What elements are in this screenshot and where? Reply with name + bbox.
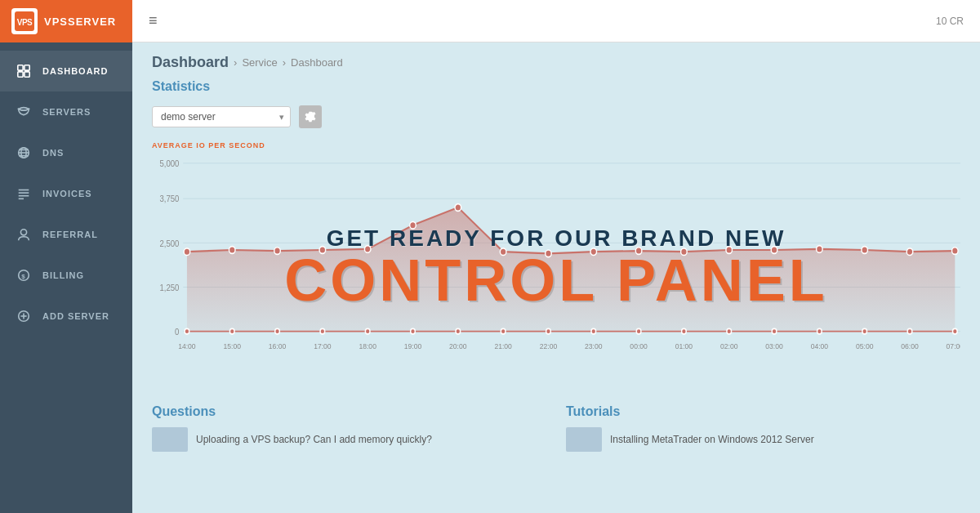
- svg-point-54: [365, 328, 370, 334]
- statistics-chart: 5,000 3,750 2,500 1,250 0: [152, 154, 960, 367]
- svg-text:18:00: 18:00: [359, 342, 376, 351]
- servers-icon: [15, 103, 33, 121]
- logo-text: VPSSERVER: [44, 16, 116, 28]
- svg-point-38: [455, 204, 461, 212]
- sidebar-item-label: Invoices: [42, 189, 92, 199]
- svg-text:19:00: 19:00: [404, 342, 421, 351]
- svg-point-48: [906, 248, 913, 256]
- svg-text:VPS: VPS: [17, 18, 33, 27]
- svg-text:01:00: 01:00: [675, 342, 693, 351]
- breadcrumb: Dashboard › Service › Dashboard: [132, 42, 980, 79]
- svg-point-61: [682, 328, 687, 334]
- breadcrumb-service: Service: [242, 56, 277, 69]
- questions-section: Questions Uploading a VPS backup? Can I …: [152, 404, 546, 452]
- svg-point-58: [546, 328, 551, 334]
- tutorials-item-text: Installing MetaTrader on Windows 2012 Se…: [610, 434, 814, 445]
- hamburger-button[interactable]: ≡: [149, 12, 158, 29]
- svg-point-51: [229, 328, 234, 334]
- tutorials-title: Tutorials: [566, 404, 960, 419]
- svg-point-44: [726, 247, 733, 254]
- svg-point-56: [456, 328, 461, 334]
- svg-text:06:00: 06:00: [901, 342, 918, 351]
- sidebar-nav: Dashboard Servers: [0, 42, 132, 513]
- svg-point-39: [500, 248, 506, 256]
- sidebar-item-label: Referral: [42, 230, 98, 239]
- svg-point-47: [862, 247, 868, 254]
- svg-point-15: [20, 230, 26, 235]
- breadcrumb-sep1: ›: [234, 56, 237, 69]
- sidebar-item-servers[interactable]: Servers: [0, 91, 132, 132]
- questions-item: Uploading a VPS backup? Can I add memory…: [152, 427, 546, 452]
- bottom-sections: Questions Uploading a VPS backup? Can I …: [152, 404, 960, 452]
- svg-text:1,250: 1,250: [160, 283, 180, 292]
- svg-text:23:00: 23:00: [585, 342, 602, 351]
- svg-point-36: [364, 246, 371, 253]
- svg-point-52: [275, 328, 280, 334]
- svg-point-59: [591, 328, 596, 334]
- svg-point-40: [546, 250, 552, 257]
- sidebar-item-label: Dashboard: [42, 66, 109, 76]
- sidebar: VPS VPSSERVER Dashboard: [0, 0, 132, 513]
- svg-point-49: [952, 248, 959, 255]
- server-select-wrapper[interactable]: demo server server 2 server 3: [152, 106, 291, 127]
- settings-button[interactable]: [299, 105, 322, 128]
- svg-rect-2: [18, 65, 23, 70]
- svg-point-35: [319, 247, 326, 254]
- sidebar-logo[interactable]: VPS VPSSERVER: [0, 0, 132, 42]
- content-area: Statistics demo server server 2 server 3…: [132, 79, 980, 513]
- sidebar-item-dashboard[interactable]: Dashboard: [0, 51, 132, 91]
- svg-rect-3: [24, 65, 29, 70]
- sidebar-item-label: DNS: [42, 148, 64, 158]
- svg-point-43: [681, 248, 688, 256]
- server-select[interactable]: demo server server 2 server 3: [152, 106, 291, 127]
- stats-controls: demo server server 2 server 3: [152, 105, 960, 128]
- sidebar-item-dns[interactable]: DNS: [0, 132, 132, 173]
- svg-text:03:00: 03:00: [765, 342, 782, 351]
- logo-icon: VPS: [11, 8, 38, 34]
- chart-container: Average IO per second 5,000 3,750 2,500 …: [152, 141, 960, 395]
- dns-icon: [15, 144, 33, 162]
- svg-point-41: [590, 248, 597, 256]
- svg-rect-4: [18, 72, 23, 77]
- statistics-title: Statistics: [152, 79, 960, 94]
- breadcrumb-title: Dashboard: [152, 54, 229, 71]
- svg-text:2,500: 2,500: [160, 239, 180, 248]
- svg-point-67: [952, 328, 957, 334]
- chart-wrapper: 5,000 3,750 2,500 1,250 0: [152, 154, 960, 367]
- svg-text:20:00: 20:00: [449, 342, 466, 351]
- svg-text:17:00: 17:00: [314, 342, 331, 351]
- billing-icon: $: [15, 266, 33, 284]
- svg-point-42: [635, 248, 642, 255]
- svg-text:3,750: 3,750: [160, 194, 180, 204]
- svg-text:21:00: 21:00: [494, 342, 511, 351]
- sidebar-item-invoices[interactable]: Invoices: [0, 173, 132, 214]
- svg-text:00:00: 00:00: [630, 342, 647, 351]
- tutorials-item: Installing MetaTrader on Windows 2012 Se…: [566, 427, 960, 452]
- svg-point-32: [184, 248, 190, 256]
- svg-text:5,000: 5,000: [160, 159, 180, 169]
- breadcrumb-sep2: ›: [283, 56, 286, 69]
- svg-point-34: [274, 248, 281, 255]
- sidebar-item-billing[interactable]: $ Billing: [0, 255, 132, 296]
- svg-text:04:00: 04:00: [811, 342, 828, 351]
- svg-point-60: [636, 328, 641, 334]
- svg-point-55: [411, 328, 416, 334]
- svg-rect-5: [24, 72, 29, 77]
- sidebar-item-referral[interactable]: Referral: [0, 214, 132, 255]
- svg-point-33: [229, 247, 235, 254]
- sidebar-item-label: Servers: [42, 107, 91, 117]
- svg-text:$: $: [21, 273, 25, 280]
- questions-item-text: Uploading a VPS backup? Can I add memory…: [196, 434, 432, 445]
- svg-point-50: [185, 328, 189, 334]
- invoices-icon: [15, 185, 33, 203]
- credits-display: 10 CR: [936, 16, 964, 27]
- svg-text:02:00: 02:00: [720, 342, 737, 351]
- main-content: ≡ 10 CR Dashboard › Service › Dashboard …: [132, 0, 980, 513]
- svg-text:0: 0: [175, 327, 180, 337]
- dashboard-icon: [15, 62, 33, 80]
- sidebar-item-add-server[interactable]: Add Server: [0, 296, 132, 337]
- questions-thumb: [152, 427, 188, 452]
- svg-point-37: [410, 221, 416, 229]
- add-server-icon: [15, 307, 33, 325]
- sidebar-item-label: Add Server: [42, 311, 109, 321]
